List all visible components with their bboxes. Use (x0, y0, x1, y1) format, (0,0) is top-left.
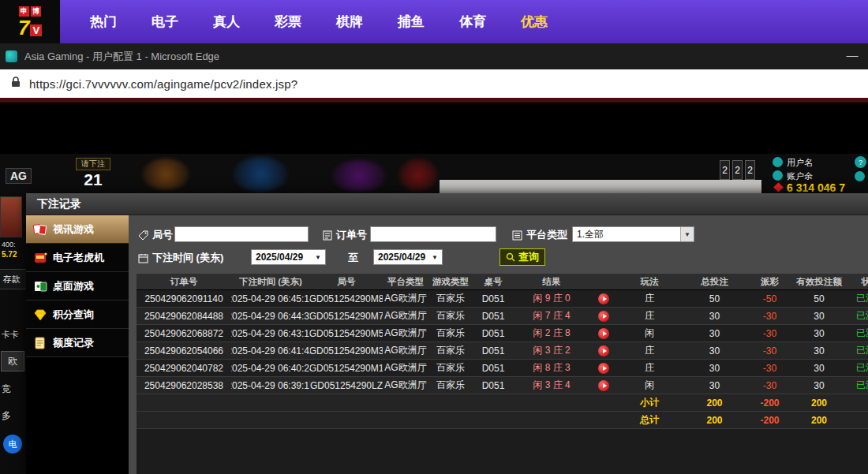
banner-blob (331, 160, 387, 192)
banner-blob (142, 159, 189, 190)
col-header-3: 平台类型 (383, 274, 428, 289)
strip-item-2[interactable]: 欧 (1, 351, 24, 371)
play-icon (603, 331, 607, 336)
table-cell: AG欧洲厅 (383, 308, 428, 324)
table-cell: GD051254290LZ (310, 377, 383, 394)
date-from-picker[interactable]: 2025/04/29 ▼ (251, 249, 326, 265)
modal-titlebar: 下注记录 (26, 193, 868, 215)
play-replay-button[interactable] (598, 380, 609, 391)
date-to-picker[interactable]: 2025/04/29 ▼ (373, 249, 443, 265)
tag-icon (138, 230, 148, 241)
summary-cell: 200 (681, 394, 748, 411)
play-icon (603, 349, 607, 353)
nav-item-lottery[interactable]: 彩票 (275, 13, 301, 31)
summary-cell (589, 412, 618, 428)
search-button[interactable]: 查询 (499, 248, 545, 266)
table-cell: AG欧洲厅 (383, 377, 428, 394)
dealer-avatar (0, 196, 22, 237)
window-title: Asia Gaming - 用户配置 1 - Microsoft Edge (24, 50, 219, 64)
menu-item-quota-records[interactable]: 额度记录 (26, 329, 129, 357)
url-text[interactable]: https://gci.7vvvvvv.com/agingame/pcv2/in… (29, 77, 297, 91)
table-cell: 250429062028538 (137, 377, 231, 394)
summary-cell (231, 394, 310, 411)
table-cell: 百家乐 (428, 360, 473, 376)
col-header-11: 有效投注额 (791, 274, 847, 289)
balance-label: 账户余 (787, 170, 813, 182)
address-bar[interactable]: https://gci.7vvvvvv.com/agingame/pcv2/in… (0, 69, 868, 98)
nav-item-hot[interactable]: 热门 (90, 13, 117, 31)
summary-cell (231, 412, 310, 428)
col-header-1: 下注时间 (美东) (231, 274, 310, 289)
order-input[interactable] (370, 226, 496, 242)
summary-cell (428, 412, 473, 428)
nav-items: 热门 电子 真人 彩票 棋牌 捕鱼 体育 优惠 (73, 13, 565, 31)
table-cell: D051 (473, 360, 514, 376)
menu-item-points-query[interactable]: 积分查询 (26, 300, 129, 329)
subtotal-row: 小计200-200200 (137, 394, 868, 412)
menu-item-slot-machine[interactable]: 电子老虎机 (26, 244, 129, 272)
table-cell: 2025-04-29 06:44:35 (231, 308, 310, 324)
ag-logo: AG (6, 168, 32, 184)
platform-selected-value: 1.全部 (577, 228, 604, 241)
deposit-link[interactable]: 存款 (0, 269, 26, 289)
nav-item-sports[interactable]: 体育 (459, 13, 486, 31)
table-cell: 闲 (618, 325, 681, 342)
strip-item-5[interactable]: 电 (3, 435, 22, 453)
bet-time-label: 下注时间 (美东) (152, 251, 223, 265)
minimize-button[interactable]: — (841, 48, 863, 62)
table-cell: 30 (791, 377, 847, 394)
nav-item-fishing[interactable]: 捕鱼 (398, 13, 425, 31)
table-cell: 30 (681, 342, 748, 359)
strip-stat-1: 400: (2, 241, 16, 248)
summary-cell (137, 412, 231, 428)
play-replay-button[interactable] (598, 345, 609, 356)
menu-label: 积分查询 (53, 308, 94, 322)
banner-blob (233, 157, 288, 192)
table-cell: -30 (748, 360, 791, 376)
bet-records-modal: 下注记录 视讯游戏 电子老虎机 (26, 193, 868, 474)
nav-item-live[interactable]: 真人 (213, 13, 240, 31)
play-replay-button[interactable] (598, 363, 609, 374)
help-icon[interactable]: ? (855, 156, 866, 168)
platform-list-icon (512, 230, 522, 241)
nav-item-cards[interactable]: 棋牌 (336, 13, 363, 31)
table-cell: 250429062091140 (137, 290, 231, 307)
platform-select[interactable]: 1.全部 ▼ (572, 226, 694, 242)
lock-icon[interactable] (10, 76, 21, 91)
records-content: 局号 订单号 平台类型 1.全部 ▼ (129, 215, 868, 474)
bet-countdown: 21 (76, 170, 110, 188)
summary-cell (137, 394, 231, 411)
records-table: 订单号下注时间 (美东)局号平台类型游戏类型桌号结果玩法总投注派彩有效投注额状态… (137, 274, 868, 474)
logo-vee: V (30, 24, 42, 36)
menu-item-video-games[interactable]: 视讯游戏 (26, 215, 129, 244)
col-header-8: 玩法 (618, 274, 681, 289)
play-replay-button[interactable] (598, 311, 609, 322)
table-cell: -30 (748, 325, 791, 342)
nav-item-promo[interactable]: 优惠 (521, 13, 548, 31)
screen: 申 博 7 V 热门 电子 真人 彩票 棋牌 捕鱼 体育 优惠 Asia Gam… (0, 0, 868, 474)
page-left-strip: 400: 5.72 存款 卡卡 欧 竞 多 电 (0, 193, 26, 474)
play-replay-button[interactable] (598, 293, 609, 304)
summary-cell (514, 412, 589, 428)
strip-item-4[interactable]: 多 (2, 409, 11, 423)
slot-machine-icon (33, 252, 47, 264)
round-input[interactable] (174, 226, 309, 242)
strip-item-1[interactable]: 卡卡 (2, 329, 19, 341)
table-cell: GD051254290M7 (310, 308, 383, 324)
table-cell: 已派彩 (847, 377, 868, 394)
table-cell: 百家乐 (428, 290, 473, 307)
play-replay-button[interactable] (598, 328, 609, 339)
username-label: 用户名 (787, 157, 813, 169)
menu-item-table-games[interactable]: 桌面游戏 (26, 272, 129, 300)
banner-blob (398, 159, 438, 192)
site-logo[interactable]: 申 博 7 V (0, 0, 60, 43)
table-cell: GD051254290M3 (310, 342, 383, 359)
service-icon[interactable] (855, 171, 865, 181)
nav-item-slots[interactable]: 电子 (152, 13, 178, 31)
card: 2 (732, 160, 743, 180)
table-cell: -30 (748, 377, 791, 394)
card: 2 (720, 160, 730, 180)
summary-cell: 200 (791, 412, 847, 428)
logo-badge-2: 博 (31, 6, 41, 17)
strip-item-3[interactable]: 竞 (2, 383, 11, 396)
